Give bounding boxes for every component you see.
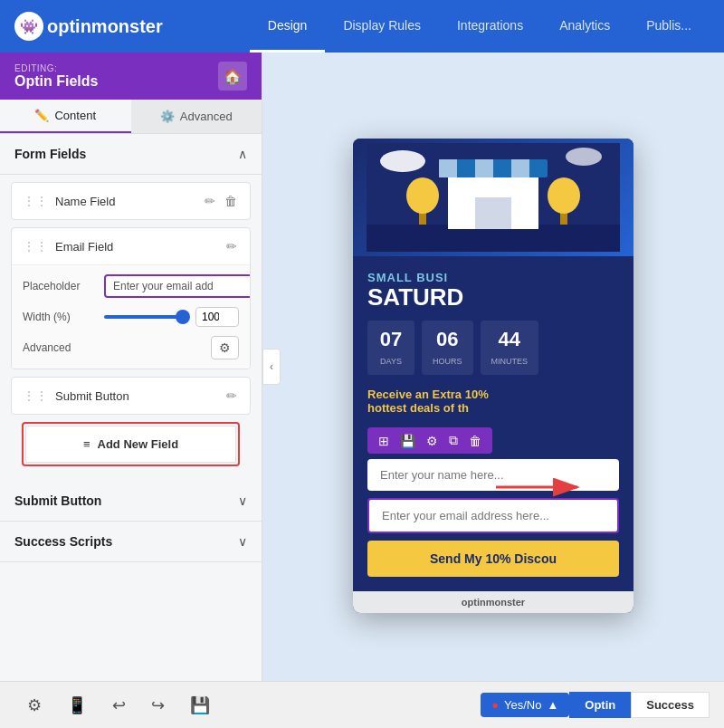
field-toolbar-save-button[interactable]: 💾	[396, 431, 419, 450]
settings-icon: ⚙️	[160, 110, 175, 123]
campaign-name-input[interactable]	[367, 459, 619, 491]
submit-field-actions: ✏	[224, 387, 239, 405]
email-field-item: ⋮⋮ Email Field ✏ Placeholder Width (%)	[11, 227, 251, 369]
placeholder-input[interactable]	[104, 274, 251, 298]
logo: 👾 optinmonster	[14, 12, 163, 41]
sidebar-tab-content[interactable]: ✏️ Content	[0, 100, 131, 133]
email-field-expanded: Placeholder Width (%)	[12, 264, 250, 369]
svg-rect-4	[439, 159, 457, 177]
main-area: EDITING: Optin Fields 🏠 ✏️ Content ⚙️ Ad…	[0, 53, 724, 681]
submit-button-section-header[interactable]: Submit Button ∨	[0, 481, 262, 521]
chevron-up-icon: ∧	[238, 147, 247, 161]
name-field-label: Name Field	[55, 195, 195, 208]
success-scripts-section-title: Success Scripts	[14, 534, 112, 549]
field-toolbar-settings-button[interactable]: ⚙	[423, 431, 442, 450]
submit-field-header: ⋮⋮ Submit Button ✏	[12, 378, 250, 414]
advanced-row: Advanced ⚙	[23, 336, 239, 359]
redo-button[interactable]: ↪	[138, 688, 177, 723]
placeholder-label: Placeholder	[23, 280, 95, 292]
editing-label: EDITING:	[14, 63, 98, 73]
advanced-label: Advanced	[23, 341, 71, 354]
campaign-image-area	[353, 139, 634, 256]
add-new-field-button[interactable]: ≡ Add New Field	[25, 426, 236, 463]
campaign-body: SMALL BUSI SATURD 07 Days 06 Hours 44 Mi…	[353, 256, 634, 592]
nav-tab-design[interactable]: Design	[250, 0, 326, 53]
yes-no-toggle-button[interactable]: ● Yes/No ▲	[481, 693, 569, 717]
placeholder-row: Placeholder	[23, 274, 239, 298]
mobile-preview-button[interactable]: 📱	[54, 688, 100, 723]
sidebar-tab-advanced[interactable]: ⚙️ Advanced	[131, 100, 262, 133]
countdown-days: 07 Days	[367, 321, 414, 375]
field-toolbar-delete-button[interactable]: 🗑	[465, 431, 485, 450]
email-field-header: ⋮⋮ Email Field ✏	[12, 228, 250, 264]
field-toolbar-copy-button[interactable]: ⧉	[445, 431, 462, 450]
svg-point-9	[406, 177, 439, 214]
name-field-actions: ✏ 🗑	[203, 192, 239, 210]
edit-email-field-button[interactable]: ✏	[224, 237, 239, 255]
name-field-header: ⋮⋮ Name Field ✏ 🗑	[12, 183, 250, 219]
success-scripts-section: Success Scripts ∨	[0, 522, 262, 562]
svg-rect-6	[511, 159, 529, 177]
svg-point-13	[566, 148, 602, 166]
logo-icon: 👾	[14, 12, 43, 41]
nav-tab-analytics[interactable]: Analytics	[541, 0, 628, 53]
campaign-title: SATURD	[367, 284, 619, 311]
campaign-email-input[interactable]	[367, 498, 619, 533]
preview-area: ‹	[262, 53, 724, 681]
svg-point-11	[548, 177, 580, 214]
home-button[interactable]: 🏠	[218, 62, 247, 91]
undo-button[interactable]: ↩	[100, 688, 138, 723]
drag-handle-icon[interactable]: ⋮⋮	[23, 194, 48, 208]
editing-title: Optin Fields	[14, 73, 98, 90]
nav-tabs: Design Display Rules Integrations Analyt…	[250, 0, 710, 53]
drag-handle-icon[interactable]: ⋮⋮	[23, 239, 48, 254]
sidebar: EDITING: Optin Fields 🏠 ✏️ Content ⚙️ Ad…	[0, 53, 262, 681]
sidebar-tabs: ✏️ Content ⚙️ Advanced	[0, 100, 262, 134]
save-button[interactable]: 💾	[177, 688, 223, 723]
brand-logo-text: optinmonster	[462, 597, 525, 608]
form-fields-title: Form Fields	[14, 147, 86, 161]
width-slider-thumb[interactable]	[176, 310, 190, 324]
svg-rect-5	[475, 159, 493, 177]
countdown-timer: 07 Days 06 Hours 44 Minutes	[367, 321, 619, 375]
campaign-brand: optinmonster	[353, 591, 634, 613]
width-slider-container	[104, 307, 239, 327]
width-row: Width (%)	[23, 307, 239, 327]
width-slider-track[interactable]	[104, 315, 188, 319]
top-navigation: 👾 optinmonster Design Display Rules Inte…	[0, 0, 724, 53]
chevron-down-icon-2: ∨	[238, 534, 247, 549]
campaign-submit-button[interactable]: Send My 10% Discou	[367, 541, 619, 577]
drag-handle-icon[interactable]: ⋮⋮	[23, 388, 48, 403]
settings-button[interactable]: ⚙	[14, 688, 54, 723]
editing-header: EDITING: Optin Fields 🏠	[0, 53, 262, 100]
field-toolbar-move-button[interactable]: ⊞	[375, 431, 393, 450]
bottom-toolbar: ⚙ 📱 ↩ ↪ 💾 ● Yes/No ▲ Optin Success	[0, 681, 724, 728]
submit-button-section: Submit Button ∨	[0, 481, 262, 522]
dot-icon: ●	[491, 698, 499, 712]
svg-rect-7	[475, 197, 511, 229]
sidebar-content: Form Fields ∧ ⋮⋮ Name Field ✏ 🗑	[0, 134, 262, 681]
submit-button-section-title: Submit Button	[14, 493, 101, 508]
chevron-up-icon: ▲	[547, 698, 558, 712]
submit-button-field-item: ⋮⋮ Submit Button ✏	[11, 377, 251, 415]
form-fields-section-header[interactable]: Form Fields ∧	[0, 134, 262, 175]
email-field-actions: ✏	[224, 237, 239, 255]
width-input[interactable]	[195, 307, 239, 327]
nav-tab-integrations[interactable]: Integrations	[439, 0, 541, 53]
countdown-hours: 06 Hours	[422, 321, 473, 375]
edit-name-field-button[interactable]: ✏	[203, 192, 217, 210]
editing-info: EDITING: Optin Fields	[14, 63, 98, 90]
form-fields-list: ⋮⋮ Name Field ✏ 🗑 ⋮⋮ Email Field	[0, 175, 262, 481]
field-toolbar: ⊞ 💾 ⚙ ⧉ 🗑	[367, 427, 492, 454]
pencil-icon: ✏️	[34, 109, 49, 122]
submit-field-label: Submit Button	[55, 389, 217, 403]
optin-mode-button[interactable]: Optin	[569, 692, 631, 718]
nav-tab-display-rules[interactable]: Display Rules	[325, 0, 439, 53]
edit-submit-field-button[interactable]: ✏	[224, 387, 239, 405]
toggle-sidebar-button[interactable]: ‹	[262, 349, 281, 385]
success-mode-button[interactable]: Success	[631, 692, 710, 718]
nav-tab-publish[interactable]: Publis...	[628, 0, 710, 53]
success-scripts-section-header[interactable]: Success Scripts ∨	[0, 522, 262, 561]
delete-name-field-button[interactable]: 🗑	[223, 192, 239, 210]
advanced-settings-button[interactable]: ⚙	[211, 336, 239, 359]
